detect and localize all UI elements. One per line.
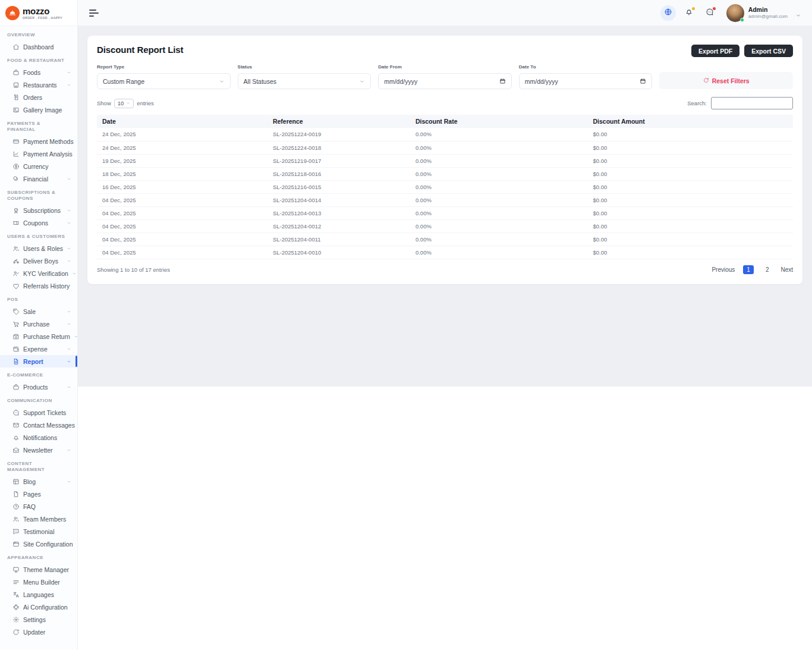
reset-filters-button[interactable]: Reset Filters	[659, 72, 793, 89]
page-size-control: Show 10 entries	[97, 99, 154, 108]
sidebar-item-contact-messages[interactable]: Contact Messages	[0, 419, 77, 431]
sidebar-item-site-configuration[interactable]: Site Configuration	[0, 538, 77, 550]
sidebar-item-coupons[interactable]: Coupons	[0, 216, 77, 229]
sidebar-item-testimonial[interactable]: Testimonial	[0, 525, 77, 538]
sidebar-item-team-members[interactable]: Team Members	[0, 513, 77, 525]
sidebar-item-label: Currency	[23, 163, 71, 170]
column-header-reference[interactable]: Reference	[267, 115, 410, 128]
table-body: 24 Dec, 2025 SL-20251224-0019 0.00% $0.0…	[97, 128, 793, 259]
sidebar-nav: OVERVIEW Dashboard FOOD & RESTAURANT	[0, 26, 77, 642]
calendar-icon[interactable]	[499, 78, 506, 84]
sidebar-section-title: POS	[0, 292, 77, 305]
sidebar-item-support-tickets[interactable]: Support Tickets	[0, 406, 77, 419]
language-globe-button[interactable]	[660, 5, 676, 21]
team-members-icon	[12, 516, 20, 523]
entries-summary: Showing 1 to 10 of 17 entries	[97, 266, 170, 273]
sidebar-item-products[interactable]: Products	[0, 381, 77, 393]
sidebar-item-settings[interactable]: Settings	[0, 613, 77, 626]
pagination-page-1[interactable]: 1	[743, 265, 754, 274]
notifications-button[interactable]	[681, 5, 697, 21]
sidebar-section-title: COMMUNICATION	[0, 393, 77, 406]
table-row[interactable]: 16 Dec, 2025 SL-20251216-0015 0.00% $0.0…	[97, 180, 793, 193]
sidebar-item-ai-configuration[interactable]: Ai Configuration	[0, 601, 77, 613]
table-row[interactable]: 24 Dec, 2025 SL-20251224-0019 0.00% $0.0…	[97, 128, 793, 141]
sidebar-item-currency[interactable]: Currency	[0, 160, 77, 172]
table-row[interactable]: 18 Dec, 2025 SL-20251218-0016 0.00% $0.0…	[97, 167, 793, 180]
sidebar-item-payment-analysis[interactable]: Payment Analysis	[0, 147, 77, 160]
sidebar-item-foods[interactable]: Foods	[0, 66, 77, 78]
sidebar-item-blog[interactable]: Blog	[0, 475, 77, 488]
sidebar-item-menu-builder[interactable]: Menu Builder	[0, 576, 77, 588]
sidebar-item-orders[interactable]: Orders	[0, 91, 77, 103]
sidebar-item-faq[interactable]: FAQ	[0, 500, 77, 513]
payment-analysis-icon	[12, 150, 20, 158]
kyc-verification-icon	[12, 270, 20, 277]
sidebar-section-items: Payment Methods Payment Analysis	[0, 135, 77, 185]
page-title: Discount Report List	[97, 45, 184, 55]
table-row[interactable]: 19 Dec, 2025 SL-20251219-0017 0.00% $0.0…	[97, 154, 793, 167]
sidebar-item-deliver-boys[interactable]: Deliver Boys	[0, 255, 77, 267]
brand-logo[interactable]: mozzo ORDER . FOOD . HAPPY	[0, 0, 77, 26]
table-footer: Showing 1 to 10 of 17 entries Previous 1…	[97, 265, 793, 274]
pagination-previous[interactable]: Previous	[712, 266, 735, 273]
pagination-page-2[interactable]: 2	[762, 265, 773, 274]
sidebar-item-sale[interactable]: Sale	[0, 305, 77, 318]
table-row[interactable]: 24 Dec, 2025 SL-20251224-0018 0.00% $0.0…	[97, 141, 793, 154]
sidebar-item-updater[interactable]: Updater	[0, 626, 77, 638]
topbar-actions: Admin admin@gmail.com	[660, 4, 801, 22]
sidebar-item-users-roles[interactable]: Users & Roles	[0, 242, 77, 255]
expense-icon	[12, 346, 20, 353]
chevron-down-icon	[67, 208, 71, 213]
sidebar-item-purchase[interactable]: Purchase	[0, 318, 77, 330]
sidebar-item-notifications[interactable]: Notifications	[0, 431, 77, 444]
sidebar-item-languages[interactable]: Languages	[0, 588, 77, 601]
chevron-down-icon	[126, 100, 130, 106]
sidebar-item-label: Restaurants	[23, 81, 63, 89]
sidebar-item-report[interactable]: Report	[0, 355, 77, 368]
report-type-select[interactable]: Custom Range	[97, 73, 231, 89]
sidebar-section-items: Dashboard	[0, 40, 77, 53]
messages-button[interactable]	[702, 5, 717, 21]
column-header-discount-rate[interactable]: Discount Rate	[410, 115, 588, 128]
settings-icon	[12, 616, 20, 623]
sidebar-item-financial[interactable]: Financial	[0, 172, 77, 185]
pagination-next[interactable]: Next	[780, 266, 793, 273]
app-root: mozzo ORDER . FOOD . HAPPY OVERVIEW Dash…	[0, 0, 812, 650]
subscriptions-icon	[12, 207, 20, 214]
sidebar-item-expense[interactable]: Expense	[0, 343, 77, 355]
column-header-date[interactable]: Date	[97, 115, 267, 128]
cell-discount-rate: 0.00%	[410, 154, 588, 167]
sidebar-item-subscriptions[interactable]: Subscriptions	[0, 204, 77, 216]
user-menu[interactable]: Admin admin@gmail.com	[726, 4, 801, 22]
status-filter: Status All Statuses	[238, 64, 372, 89]
sidebar-item-referrals-history[interactable]: Referrals History	[0, 280, 77, 292]
sidebar-item-pages[interactable]: Pages	[0, 488, 77, 500]
export-pdf-button[interactable]: Export PDF	[691, 45, 739, 57]
search-input[interactable]	[711, 97, 793, 109]
sidebar-item-kyc-verification[interactable]: KYC Verification	[0, 267, 77, 280]
sidebar-item-payment-methods[interactable]: Payment Methods	[0, 135, 77, 147]
sidebar-item-restaurants[interactable]: Restaurants	[0, 78, 77, 91]
column-header-discount-amount[interactable]: Discount Amount	[588, 115, 793, 128]
sidebar-item-label: Team Members	[23, 516, 71, 523]
table-row[interactable]: 04 Dec, 2025 SL-20251204-0013 0.00% $0.0…	[97, 206, 793, 219]
calendar-icon[interactable]	[640, 78, 646, 84]
date-to-input[interactable]: mm/dd/yyyy	[519, 73, 653, 89]
referrals-history-icon	[12, 282, 20, 290]
show-label: Show	[97, 100, 111, 106]
table-row[interactable]: 04 Dec, 2025 SL-20251204-0011 0.00% $0.0…	[97, 233, 793, 246]
table-row[interactable]: 04 Dec, 2025 SL-20251204-0012 0.00% $0.0…	[97, 219, 793, 233]
date-from-input[interactable]: mm/dd/yyyy	[378, 73, 512, 89]
sidebar-section-title: USERS & CUSTOMERS	[0, 229, 77, 242]
sidebar-toggle-button[interactable]	[87, 7, 101, 19]
sidebar-item-gallery-image[interactable]: Gallery Image	[0, 103, 77, 116]
status-select[interactable]: All Statuses	[238, 73, 372, 89]
sidebar-item-theme-manager[interactable]: Theme Manager	[0, 563, 77, 576]
table-row[interactable]: 04 Dec, 2025 SL-20251204-0010 0.00% $0.0…	[97, 246, 793, 259]
sidebar-item-newsletter[interactable]: Newsletter	[0, 444, 77, 456]
export-csv-button[interactable]: Export CSV	[744, 45, 793, 57]
page-size-select[interactable]: 10	[114, 99, 134, 108]
sidebar-item-purchase-return[interactable]: Purchase Return	[0, 330, 77, 343]
table-row[interactable]: 04 Dec, 2025 SL-20251204-0014 0.00% $0.0…	[97, 193, 793, 206]
sidebar-item-dashboard[interactable]: Dashboard	[0, 40, 77, 53]
